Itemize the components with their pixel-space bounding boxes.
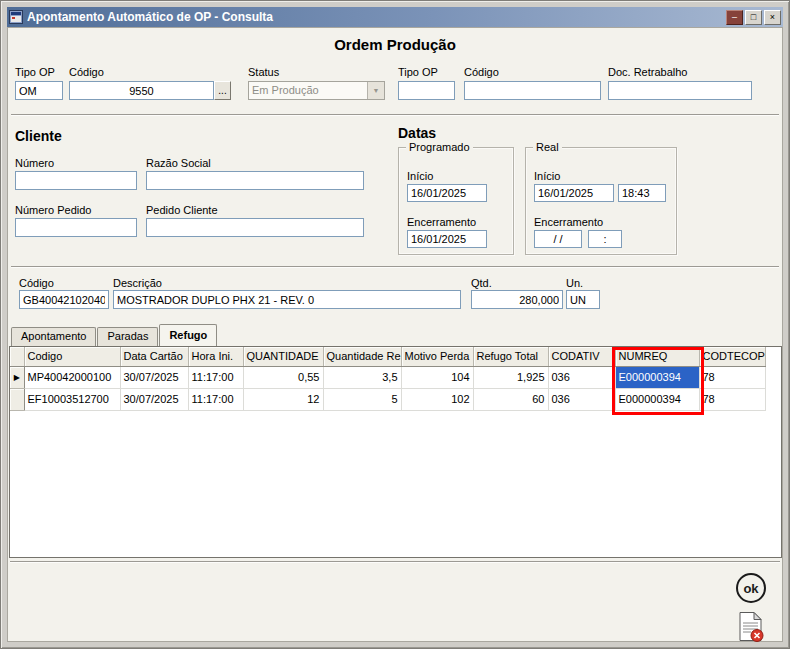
real-inicio-time-input[interactable] xyxy=(618,184,666,202)
pedido-cliente-label: Pedido Cliente xyxy=(146,204,218,216)
datas-section-title: Datas xyxy=(398,125,436,141)
programado-groupbox: Programado Início Encerramento xyxy=(398,147,514,255)
window: Apontamento Automático de OP - Consulta … xyxy=(0,0,790,649)
status-select[interactable]: Em Produção ▼ xyxy=(248,81,385,100)
column-header[interactable]: QUANTIDADE xyxy=(243,347,323,366)
close-button[interactable]: × xyxy=(764,10,781,25)
codigo-2-input[interactable] xyxy=(464,81,601,100)
table-row[interactable]: ▶ MP40042000100 30/07/2025 11:17:00 0,55… xyxy=(10,366,765,388)
tipo-op-input[interactable] xyxy=(15,81,63,100)
grid-cell[interactable]: 78 xyxy=(699,366,765,388)
tab-strip: Apontamento Paradas Refugo xyxy=(11,324,218,346)
pedido-cliente-input[interactable] xyxy=(146,218,364,237)
qtd-input[interactable] xyxy=(471,290,563,309)
razao-social-label: Razão Social xyxy=(146,157,211,169)
form-title: Ordem Produção xyxy=(8,36,782,53)
maximize-button[interactable]: □ xyxy=(745,10,762,25)
grid-cell[interactable]: 0,55 xyxy=(243,366,323,388)
footer-separator xyxy=(10,561,780,563)
cliente-section-title: Cliente xyxy=(15,128,62,144)
produto-codigo-label: Código xyxy=(19,277,54,289)
grid-cell[interactable]: 102 xyxy=(401,388,473,410)
qtd-label: Qtd. xyxy=(471,277,492,289)
prog-encerramento-label: Encerramento xyxy=(407,216,476,228)
grid-cell[interactable]: 036 xyxy=(548,388,615,410)
prog-inicio-label: Início xyxy=(407,170,433,182)
grid-cell-selected[interactable]: E000000394 xyxy=(615,366,699,388)
codigo-input[interactable] xyxy=(69,81,214,100)
doc-retrabalho-label: Doc. Retrabalho xyxy=(608,66,688,78)
grid-cell[interactable]: 11:17:00 xyxy=(188,388,243,410)
grid-cell[interactable]: 104 xyxy=(401,366,473,388)
tipo-op-2-input[interactable] xyxy=(398,81,455,100)
grid-cell[interactable]: 12 xyxy=(243,388,323,410)
grid-cell[interactable]: 78 xyxy=(699,388,765,410)
row-indicator xyxy=(10,388,24,410)
real-encerramento-date-input[interactable] xyxy=(534,230,582,248)
separator xyxy=(11,114,779,116)
column-header[interactable]: Data Cartão xyxy=(120,347,188,366)
column-header[interactable]: Motivo Perda xyxy=(401,347,473,366)
indicator-header xyxy=(10,347,24,366)
grid-cell[interactable]: 036 xyxy=(548,366,615,388)
column-header[interactable]: Codigo xyxy=(24,347,120,366)
grid-cell[interactable]: MP40042000100 xyxy=(24,366,120,388)
un-label: Un. xyxy=(566,277,583,289)
column-header[interactable]: CODATIV xyxy=(548,347,615,366)
document-cancel-button[interactable] xyxy=(737,611,765,643)
grid-cell[interactable]: E000000394 xyxy=(615,388,699,410)
doc-retrabalho-input[interactable] xyxy=(608,81,752,100)
real-encerramento-time-input[interactable] xyxy=(588,230,622,248)
numero-pedido-label: Número Pedido xyxy=(15,204,91,216)
grid-cell[interactable]: 11:17:00 xyxy=(188,366,243,388)
tipo-op-2-label: Tipo OP xyxy=(398,66,438,78)
ok-button[interactable]: ok xyxy=(736,573,766,603)
app-icon xyxy=(9,10,23,24)
prog-encerramento-input[interactable] xyxy=(407,230,487,248)
grid-cell[interactable]: 30/07/2025 xyxy=(120,388,188,410)
separator xyxy=(11,266,779,268)
grid-cell[interactable]: 5 xyxy=(323,388,401,410)
minimize-button[interactable]: – xyxy=(726,10,743,25)
grid-cell[interactable]: 30/07/2025 xyxy=(120,366,188,388)
column-header[interactable]: Quantidade Re xyxy=(323,347,401,366)
table-row[interactable]: EF10003512700 30/07/2025 11:17:00 12 5 1… xyxy=(10,388,765,410)
codigo-lookup-button[interactable]: ... xyxy=(214,81,231,100)
grid-cell[interactable]: EF10003512700 xyxy=(24,388,120,410)
razao-social-input[interactable] xyxy=(146,171,364,190)
real-groupbox: Real Início Encerramento xyxy=(525,147,677,255)
column-header[interactable]: CODTECOPER xyxy=(699,347,765,366)
tab-apontamento[interactable]: Apontamento xyxy=(11,327,96,346)
programado-legend: Programado xyxy=(406,141,473,153)
produto-codigo-input[interactable] xyxy=(19,290,109,309)
column-header[interactable]: Hora Ini. xyxy=(188,347,243,366)
tab-paradas[interactable]: Paradas xyxy=(97,327,158,346)
numero-pedido-input[interactable] xyxy=(15,218,137,237)
real-inicio-date-input[interactable] xyxy=(534,184,614,202)
dialog-body: Ordem Produção Tipo OP Código Status Tip… xyxy=(7,27,783,642)
cliente-numero-input[interactable] xyxy=(15,171,137,190)
grid-cell[interactable]: 60 xyxy=(473,388,548,410)
document-delete-icon xyxy=(737,611,765,643)
grid-cell[interactable]: 3,5 xyxy=(323,366,401,388)
column-header[interactable]: NUMREQ xyxy=(615,347,699,366)
real-encerramento-label: Encerramento xyxy=(534,216,603,228)
tab-refugo[interactable]: Refugo xyxy=(159,324,217,346)
chevron-down-icon: ▼ xyxy=(367,82,384,99)
codigo-2-label: Código xyxy=(464,66,499,78)
real-inicio-label: Início xyxy=(534,170,560,182)
refugo-grid: Codigo Data Cartão Hora Ini. QUANTIDADE … xyxy=(9,346,782,558)
window-controls: – □ × xyxy=(726,10,781,25)
codigo-label: Código xyxy=(69,66,104,78)
numero-label: Número xyxy=(15,157,54,169)
tipo-op-label: Tipo OP xyxy=(15,66,55,78)
un-input[interactable] xyxy=(566,290,600,309)
title-bar: Apontamento Automático de OP - Consulta … xyxy=(7,7,783,27)
column-header[interactable]: Refugo Total xyxy=(473,347,548,366)
grid-cell[interactable]: 1,925 xyxy=(473,366,548,388)
descricao-label: Descrição xyxy=(113,277,162,289)
real-legend: Real xyxy=(533,141,562,153)
prog-inicio-input[interactable] xyxy=(407,184,487,202)
descricao-input[interactable] xyxy=(113,290,461,309)
window-title: Apontamento Automático de OP - Consulta xyxy=(27,10,722,24)
